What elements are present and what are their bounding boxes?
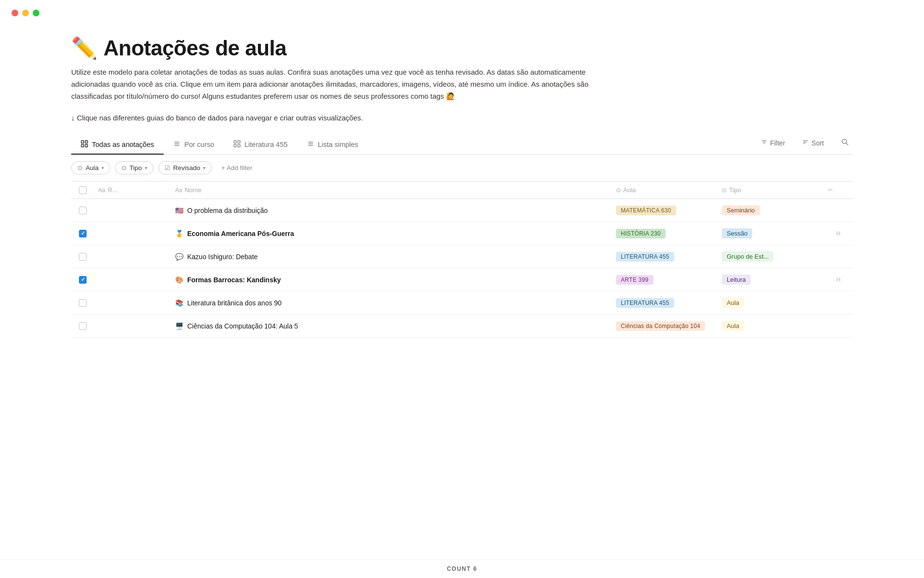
th-row-number[interactable]: Aa R... [94, 184, 171, 196]
row-title-6: Ciências da Computação 104: Aula 5 [187, 322, 298, 330]
page-description: Utilize este modelo para coletar anotaçõ… [71, 66, 601, 102]
minimize-button[interactable] [22, 10, 29, 16]
page-title-section: ✏️ Anotações de aula Utilize este modelo… [71, 36, 853, 122]
grid-icon [81, 140, 88, 149]
row-aula-tag-5: LITERATURA 455 [616, 298, 674, 308]
grid-small-icon [233, 140, 241, 149]
row-name-cell-6[interactable]: 🖥️ Ciências da Computação 104: Aula 5 [171, 317, 612, 335]
tab-todas-anotacoes[interactable]: Todas as anotações [71, 135, 164, 155]
traffic-lights [0, 0, 924, 26]
maximize-button[interactable] [33, 10, 39, 16]
row-checkbox-3[interactable] [79, 253, 87, 261]
svg-line-21 [846, 143, 848, 145]
th-tipo-label: Tipo [729, 186, 741, 194]
row-checkbox-4[interactable] [79, 276, 87, 284]
row-tipo-cell-5[interactable]: Aula [718, 293, 824, 313]
row-tipo-cell-1[interactable]: Seminário [718, 200, 824, 220]
th-tipo-icon: ⊙ [722, 187, 727, 194]
row-checkbox-5[interactable] [79, 299, 87, 307]
svg-rect-1 [85, 141, 88, 143]
chevron-down-icon-3: ▾ [203, 165, 205, 171]
row-tipo-cell-2[interactable]: Sessão [718, 223, 824, 243]
row-aula-tag-3: LITERATURA 455 [616, 252, 674, 262]
row-checkbox-cell-5 [71, 294, 94, 312]
row-extra-2: H [836, 230, 841, 237]
row-number-cell-1 [94, 202, 171, 219]
row-name-cell-3[interactable]: 💬 Kazuo Ishiguro: Debate [171, 248, 612, 265]
tab-literatura[interactable]: Literatura 455 [224, 135, 297, 155]
add-filter-label: + Add filter [221, 164, 252, 171]
tab-por-curso[interactable]: Por curso [164, 135, 224, 155]
add-filter-button[interactable]: + Add filter [217, 162, 257, 174]
row-name-cell-4[interactable]: 🎨 Formas Barrocas: Kandinsky [171, 271, 612, 289]
table-row[interactable]: 🖥️ Ciências da Computação 104: Aula 5 Ci… [71, 315, 853, 338]
row-number-1 [98, 208, 100, 214]
row-checkbox-2[interactable] [79, 230, 87, 237]
row-title-4: Formas Barrocas: Kandinsky [187, 276, 281, 284]
table-row[interactable]: 🇺🇸 O problema da distribuição MATEMÁTICA… [71, 199, 853, 222]
row-edit-3 [824, 252, 853, 262]
row-aula-tag-1: MATEMÁTICA 630 [616, 206, 676, 215]
row-number-2 [98, 231, 100, 237]
svg-rect-0 [81, 141, 84, 143]
table-row[interactable]: 🎨 Formas Barrocas: Kandinsky ARTE 399 Le… [71, 268, 853, 291]
row-aula-cell-4[interactable]: ARTE 399 [612, 270, 718, 289]
tab-lista-simples-label: Lista simples [318, 141, 359, 148]
row-aula-cell-6[interactable]: Ciências da Computação 104 [612, 316, 718, 336]
filter-button[interactable]: Filter [757, 137, 789, 149]
toolbar-right: Filter Sort [757, 136, 853, 153]
search-icon [841, 138, 849, 147]
filter-tipo-icon: ⊙ [121, 164, 127, 171]
chevron-down-icon-2: ▾ [145, 165, 147, 171]
th-nome[interactable]: Aa Nome [171, 184, 612, 196]
table-row[interactable]: 🥇 Economia Americana Pós-Guerra HISTÓRIA… [71, 222, 853, 245]
filter-chip-tipo[interactable]: ⊙ Tipo ▾ [115, 161, 154, 174]
select-all-checkbox[interactable] [79, 186, 87, 194]
th-row-icon: Aa [98, 187, 105, 194]
table-row[interactable]: 📚 Literatura britânica dos anos 90 LITER… [71, 291, 853, 315]
filter-icon [761, 139, 768, 147]
filter-chip-aula[interactable]: ⊙ Aula ▾ [71, 161, 110, 174]
tab-lista-simples[interactable]: Lista simples [297, 135, 368, 155]
close-button[interactable] [12, 10, 18, 16]
svg-rect-8 [238, 141, 240, 143]
row-title-3: Kazuo Ishiguro: Debate [187, 253, 257, 261]
search-button[interactable] [837, 136, 853, 149]
svg-rect-7 [234, 141, 236, 143]
count-value: 6 [473, 565, 477, 572]
table-row[interactable]: 💬 Kazuo Ishiguro: Debate LITERATURA 455 … [71, 245, 853, 268]
row-tipo-tag-4: Leitura [722, 275, 751, 285]
row-aula-tag-4: ARTE 399 [616, 275, 654, 285]
row-checkbox-1[interactable] [79, 207, 87, 214]
row-checkbox-6[interactable] [79, 322, 87, 330]
row-aula-cell-1[interactable]: MATEMÁTICA 630 [612, 201, 718, 220]
th-tipo[interactable]: ⊙ Tipo [718, 184, 824, 196]
row-emoji-5: 📚 [175, 299, 183, 307]
row-edit-5 [824, 298, 853, 308]
table-header: Aa R... Aa Nome ⊙ Aula ⊙ Tipo ✏ [71, 181, 853, 199]
row-aula-tag-2: HISTÓRIA 230 [616, 229, 666, 238]
tabs: Todas as anotações Por curso [71, 135, 368, 154]
list2-icon [307, 140, 314, 149]
row-aula-cell-5[interactable]: LITERATURA 455 [612, 293, 718, 313]
count-footer: COUNT 6 [0, 559, 924, 578]
svg-rect-10 [238, 144, 240, 147]
filter-chip-revisado[interactable]: ☑ Revisado ▾ [158, 161, 212, 174]
row-number-cell-5 [94, 294, 171, 312]
row-emoji-6: 🖥️ [175, 322, 183, 330]
sort-label: Sort [811, 139, 824, 147]
page-emoji: ✏️ [71, 36, 98, 61]
row-tipo-tag-6: Aula [722, 321, 744, 331]
th-aula[interactable]: ⊙ Aula [612, 184, 718, 196]
row-name-cell-2[interactable]: 🥇 Economia Americana Pós-Guerra [171, 225, 612, 242]
row-tipo-cell-4[interactable]: Leitura [718, 270, 824, 289]
row-edit-6 [824, 321, 853, 331]
sort-button[interactable]: Sort [798, 137, 828, 149]
row-tipo-cell-3[interactable]: Grupo de Est... [718, 247, 824, 266]
th-row-label: R... [108, 186, 117, 194]
row-name-cell-1[interactable]: 🇺🇸 O problema da distribuição [171, 202, 612, 219]
row-aula-cell-2[interactable]: HISTÓRIA 230 [612, 224, 718, 243]
row-tipo-cell-6[interactable]: Aula [718, 316, 824, 336]
row-name-cell-5[interactable]: 📚 Literatura britânica dos anos 90 [171, 294, 612, 312]
row-aula-cell-3[interactable]: LITERATURA 455 [612, 247, 718, 266]
